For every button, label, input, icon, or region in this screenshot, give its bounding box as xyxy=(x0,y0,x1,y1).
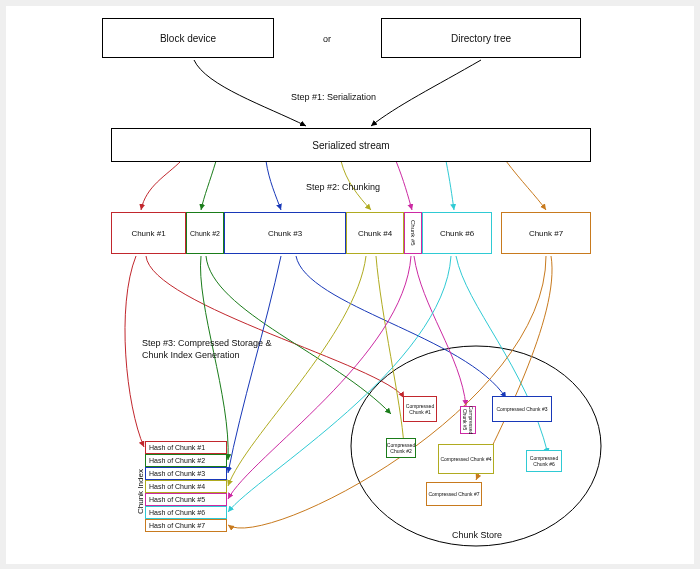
cc5-label: Compressed Chunk #5 xyxy=(462,406,474,434)
chunk-index-label: Chunk Index xyxy=(136,469,145,514)
hash-row-1: Hash of Chunk #1 xyxy=(145,441,227,454)
arrow-layer xyxy=(6,6,694,564)
hash-2-label: Hash of Chunk #2 xyxy=(149,457,205,464)
hash-3-label: Hash of Chunk #3 xyxy=(149,470,205,477)
chunk-4: Chunk #4 xyxy=(346,212,404,254)
canvas: Block device or Directory tree Step #1: … xyxy=(6,6,694,564)
hash-row-7: Hash of Chunk #7 xyxy=(145,519,227,532)
page: Block device or Directory tree Step #1: … xyxy=(0,0,700,569)
cc3-label: Compressed Chunk #3 xyxy=(496,406,547,412)
chunk-2: Chunk #2 xyxy=(186,212,224,254)
chunk-1: Chunk #1 xyxy=(111,212,186,254)
chunk-6: Chunk #6 xyxy=(422,212,492,254)
chunk-2-label: Chunk #2 xyxy=(190,230,220,237)
step3-label-a: Step #3: Compressed Storage & xyxy=(142,338,272,348)
hash-row-6: Hash of Chunk #6 xyxy=(145,506,227,519)
hash-row-4: Hash of Chunk #4 xyxy=(145,480,227,493)
chunk-3: Chunk #3 xyxy=(224,212,346,254)
chunk-4-label: Chunk #4 xyxy=(358,229,392,238)
chunk-7-label: Chunk #7 xyxy=(529,229,563,238)
compressed-chunk-7: Compressed Chunk #7 xyxy=(426,482,482,506)
serialized-stream-box: Serialized stream xyxy=(111,128,591,162)
step1-label: Step #1: Serialization xyxy=(291,92,376,102)
compressed-chunk-2: Compressed Chunk #2 xyxy=(386,438,416,458)
chunk-store-label: Chunk Store xyxy=(452,530,502,540)
compressed-chunk-3: Compressed Chunk #3 xyxy=(492,396,552,422)
compressed-chunk-6: Compressed Chunk #6 xyxy=(526,450,562,472)
hash-4-label: Hash of Chunk #4 xyxy=(149,483,205,490)
directory-tree-box: Directory tree xyxy=(381,18,581,58)
directory-tree-label: Directory tree xyxy=(451,33,511,44)
block-device-label: Block device xyxy=(160,33,216,44)
chunk-3-label: Chunk #3 xyxy=(268,229,302,238)
chunk-7: Chunk #7 xyxy=(501,212,591,254)
block-device-box: Block device xyxy=(102,18,274,58)
serialized-stream-label: Serialized stream xyxy=(312,140,389,151)
compressed-chunk-4: Compressed Chunk #4 xyxy=(438,444,494,474)
chunk-6-label: Chunk #6 xyxy=(440,229,474,238)
hash-6-label: Hash of Chunk #6 xyxy=(149,509,205,516)
compressed-chunk-5: Compressed Chunk #5 xyxy=(460,406,476,434)
chunk-5-label: Chunk #5 xyxy=(410,220,416,246)
chunk-5: Chunk #5 xyxy=(404,212,422,254)
hash-7-label: Hash of Chunk #7 xyxy=(149,522,205,529)
hash-1-label: Hash of Chunk #1 xyxy=(149,444,205,451)
step3-label-b: Chunk Index Generation xyxy=(142,350,240,360)
cc4-label: Compressed Chunk #4 xyxy=(440,456,491,462)
cc2-label: Compressed Chunk #2 xyxy=(387,442,415,454)
or-label: or xyxy=(323,34,331,44)
cc6-label: Compressed Chunk #6 xyxy=(527,455,561,467)
compressed-chunk-1: Compressed Chunk #1 xyxy=(403,396,437,422)
chunk-1-label: Chunk #1 xyxy=(131,229,165,238)
hash-row-3: Hash of Chunk #3 xyxy=(145,467,227,480)
hash-row-2: Hash of Chunk #2 xyxy=(145,454,227,467)
cc7-label: Compressed Chunk #7 xyxy=(428,491,479,497)
hash-5-label: Hash of Chunk #5 xyxy=(149,496,205,503)
step2-label: Step #2: Chunking xyxy=(306,182,380,192)
hash-row-5: Hash of Chunk #5 xyxy=(145,493,227,506)
cc1-label: Compressed Chunk #1 xyxy=(404,403,436,415)
